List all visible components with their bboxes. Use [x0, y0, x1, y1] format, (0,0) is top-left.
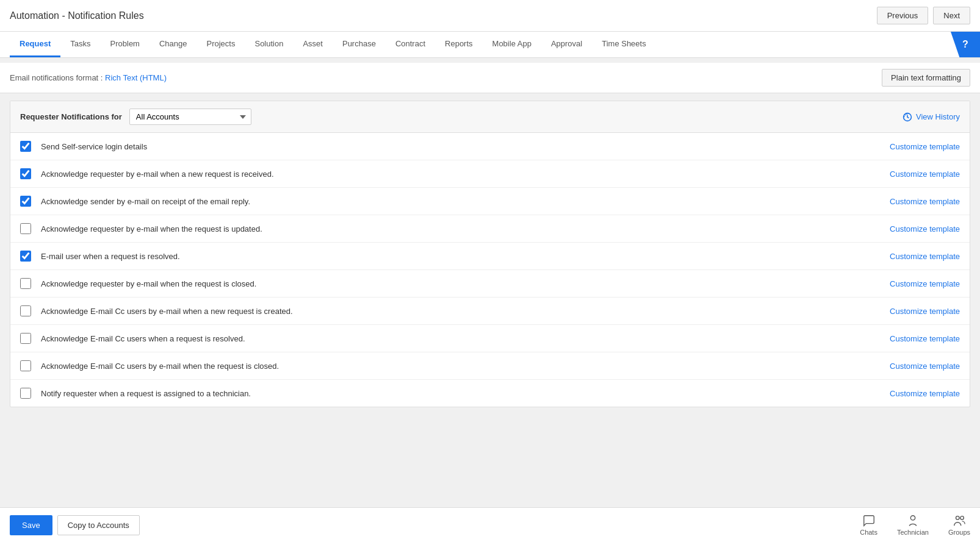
format-bar-left: Email notifications format : Rich Text (…	[10, 73, 167, 82]
format-bar: Email notifications format : Rich Text (…	[0, 63, 980, 93]
customize-link-n2[interactable]: Customize template	[890, 169, 960, 179]
notification-list: Send Self-service login details Customiz…	[10, 133, 970, 407]
customize-link-n3[interactable]: Customize template	[890, 197, 960, 206]
tab-asset[interactable]: Asset	[293, 32, 333, 57]
notif-label-n6: Acknowledge requester by e-mail when the…	[41, 279, 890, 288]
notif-label-n10: Notify requester when a request is assig…	[41, 389, 890, 398]
customize-link-n4[interactable]: Customize template	[890, 224, 960, 234]
tab-change[interactable]: Change	[150, 32, 197, 57]
tab-mobile-app[interactable]: Mobile App	[483, 32, 541, 57]
table-row: Acknowledge requester by e-mail when a n…	[10, 160, 970, 188]
notif-label-n1: Send Self-service login details	[41, 142, 890, 151]
tab-solution[interactable]: Solution	[245, 32, 293, 57]
tab-purchase[interactable]: Purchase	[333, 32, 386, 57]
rich-text-link[interactable]: Rich Text (HTML)	[105, 73, 167, 82]
customize-link-n8[interactable]: Customize template	[890, 334, 960, 343]
view-history-label: View History	[916, 112, 960, 121]
notif-label-n7: Acknowledge E-mail Cc users by e-mail wh…	[41, 307, 890, 316]
table-row: Acknowledge sender by e-mail on receipt …	[10, 188, 970, 215]
view-history-button[interactable]: View History	[903, 112, 960, 122]
tab-time-sheets[interactable]: Time Sheets	[592, 32, 656, 57]
notif-label-n4: Acknowledge requester by e-mail when the…	[41, 224, 890, 234]
panel-header: Requester Notifications for All Accounts…	[10, 101, 970, 133]
plain-text-formatting-button[interactable]: Plain text formatting	[882, 69, 970, 87]
format-label: Email notifications format :	[10, 73, 103, 82]
customize-link-n1[interactable]: Customize template	[890, 142, 960, 151]
customize-link-n9[interactable]: Customize template	[890, 362, 960, 371]
tab-tasks[interactable]: Tasks	[60, 32, 100, 57]
notif-label-n8: Acknowledge E-mail Cc users when a reque…	[41, 334, 890, 343]
tab-projects[interactable]: Projects	[197, 32, 245, 57]
checkbox-n6[interactable]	[20, 278, 31, 289]
notif-label-n3: Acknowledge sender by e-mail on receipt …	[41, 197, 890, 206]
notification-panel: Requester Notifications for All Accounts…	[10, 101, 970, 407]
customize-link-n5[interactable]: Customize template	[890, 252, 960, 261]
checkbox-n4[interactable]	[20, 223, 31, 234]
tab-approval[interactable]: Approval	[541, 32, 592, 57]
customize-link-n6[interactable]: Customize template	[890, 279, 960, 288]
notif-label-n5: E-mail user when a request is resolved.	[41, 252, 890, 261]
customize-link-n7[interactable]: Customize template	[890, 307, 960, 316]
panel-header-label: Requester Notifications for	[20, 112, 122, 121]
tab-request[interactable]: Request	[10, 32, 60, 57]
table-row: Acknowledge E-mail Cc users when a reque…	[10, 325, 970, 352]
tab-reports[interactable]: Reports	[435, 32, 483, 57]
top-bar: Automation - Notification Rules Previous…	[0, 0, 980, 32]
next-button[interactable]: Next	[933, 7, 970, 24]
checkbox-n9[interactable]	[20, 360, 31, 371]
tab-bar: Request Tasks Problem Change Projects So…	[0, 32, 980, 58]
table-row: Acknowledge requester by e-mail when the…	[10, 270, 970, 298]
customize-link-n10[interactable]: Customize template	[890, 389, 960, 398]
checkbox-n7[interactable]	[20, 305, 31, 316]
table-row: Acknowledge E-mail Cc users by e-mail wh…	[10, 298, 970, 325]
table-row: Acknowledge E-mail Cc users by e-mail wh…	[10, 352, 970, 380]
table-row: Send Self-service login details Customiz…	[10, 133, 970, 160]
checkbox-n10[interactable]	[20, 388, 31, 399]
tab-contract[interactable]: Contract	[386, 32, 435, 57]
checkbox-n2[interactable]	[20, 168, 31, 179]
tab-problem[interactable]: Problem	[101, 32, 150, 57]
account-select[interactable]: All Accounts Account 1 Account 2	[129, 109, 251, 125]
checkbox-n5[interactable]	[20, 251, 31, 262]
table-row: E-mail user when a request is resolved. …	[10, 243, 970, 270]
top-nav: Previous Next	[877, 7, 970, 24]
checkbox-n1[interactable]	[20, 141, 31, 152]
main-content: Requester Notifications for All Accounts…	[0, 93, 980, 415]
previous-button[interactable]: Previous	[877, 7, 929, 24]
panel-header-left: Requester Notifications for All Accounts…	[20, 109, 251, 125]
checkbox-n3[interactable]	[20, 196, 31, 207]
table-row: Notify requester when a request is assig…	[10, 380, 970, 407]
page-title: Automation - Notification Rules	[10, 10, 144, 21]
history-icon	[903, 112, 912, 122]
table-row: Acknowledge requester by e-mail when the…	[10, 215, 970, 243]
help-icon[interactable]: ?	[951, 32, 980, 57]
notif-label-n9: Acknowledge E-mail Cc users by e-mail wh…	[41, 362, 890, 371]
notif-label-n2: Acknowledge requester by e-mail when a n…	[41, 169, 890, 179]
checkbox-n8[interactable]	[20, 333, 31, 344]
